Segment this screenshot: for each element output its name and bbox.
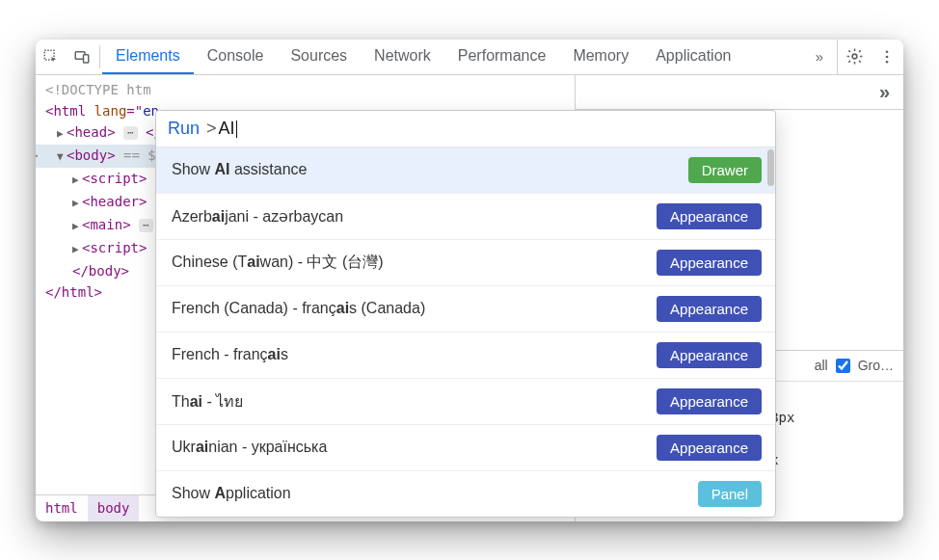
command-item-label: French - français <box>172 346 288 363</box>
tab-memory[interactable]: Memory <box>559 40 642 74</box>
settings-gear-icon[interactable] <box>838 40 871 74</box>
group-label: Gro… <box>858 358 894 373</box>
command-item-label: Show Application <box>172 485 291 502</box>
command-item-badge: Appearance <box>657 203 762 229</box>
command-list: Show AI assistanceDrawerAzerbaijani - az… <box>156 147 775 517</box>
command-item-label: Ukrainian - українська <box>172 439 327 456</box>
command-item-label: Thai - ไทย <box>172 389 243 413</box>
svg-point-5 <box>886 55 889 58</box>
command-item[interactable]: Azerbaijani - azərbaycanAppearance <box>156 194 775 240</box>
command-item[interactable]: Show AI assistanceDrawer <box>156 147 775 194</box>
inspect-element-icon[interactable] <box>36 40 67 74</box>
command-item[interactable]: Ukrainian - українськаAppearance <box>156 425 775 471</box>
tab-console[interactable]: Console <box>194 40 278 74</box>
tab-sources[interactable]: Sources <box>277 40 361 74</box>
svg-point-3 <box>852 54 857 59</box>
tab-network[interactable]: Network <box>361 40 444 74</box>
command-item-label: Chinese (Taiwan) - 中文 (台灣) <box>172 253 384 273</box>
command-item-badge: Appearance <box>657 435 762 461</box>
svg-rect-2 <box>84 54 89 62</box>
command-item[interactable]: French - françaisAppearance <box>156 333 775 379</box>
command-item-label: Azerbaijani - azərbaycan <box>172 207 343 226</box>
command-item[interactable]: French (Canada) - français (Canada)Appea… <box>156 286 775 333</box>
crumb-body[interactable]: body <box>88 495 140 521</box>
command-menu: Run >AI Show AI assistanceDrawerAzerbaij… <box>155 110 776 518</box>
command-item-badge: Appearance <box>657 296 762 322</box>
group-checkbox[interactable] <box>836 359 850 373</box>
command-input[interactable]: Run >AI <box>156 111 775 147</box>
command-item-label: French (Canada) - français (Canada) <box>172 300 425 317</box>
command-item-badge: Appearance <box>657 388 762 414</box>
command-item[interactable]: Show ApplicationPanel <box>156 471 775 517</box>
svg-point-4 <box>886 50 889 53</box>
command-item-badge: Drawer <box>688 157 762 183</box>
tabbar: ElementsConsoleSourcesNetworkPerformance… <box>102 40 802 74</box>
tab-performance[interactable]: Performance <box>444 40 560 74</box>
command-item[interactable]: Chinese (Taiwan) - 中文 (台灣)Appearance <box>156 240 775 286</box>
more-vertical-icon[interactable] <box>871 40 903 74</box>
styles-overflow-icon[interactable]: » <box>872 81 898 103</box>
dom-doctype[interactable]: <!DOCTYPE htm <box>36 79 575 100</box>
crumb-html[interactable]: html <box>36 495 88 521</box>
svg-point-6 <box>886 60 889 63</box>
command-item[interactable]: Thai - ไทยAppearance <box>156 379 775 425</box>
command-item-badge: Appearance <box>657 342 762 368</box>
device-toggle-icon[interactable] <box>67 40 97 74</box>
tabs-overflow-icon[interactable]: » <box>802 40 837 74</box>
tab-application[interactable]: Application <box>642 40 744 74</box>
show-all-label: all <box>815 358 828 373</box>
command-item-badge: Panel <box>698 481 762 507</box>
devtools-window: ElementsConsoleSourcesNetworkPerformance… <box>36 40 903 521</box>
command-item-badge: Appearance <box>657 250 762 276</box>
styles-tabbar: » <box>576 75 903 110</box>
tab-elements[interactable]: Elements <box>102 40 194 74</box>
command-item-label: Show AI assistance <box>172 161 308 178</box>
scrollbar-thumb[interactable] <box>767 149 774 186</box>
top-toolbar: ElementsConsoleSourcesNetworkPerformance… <box>36 40 903 75</box>
